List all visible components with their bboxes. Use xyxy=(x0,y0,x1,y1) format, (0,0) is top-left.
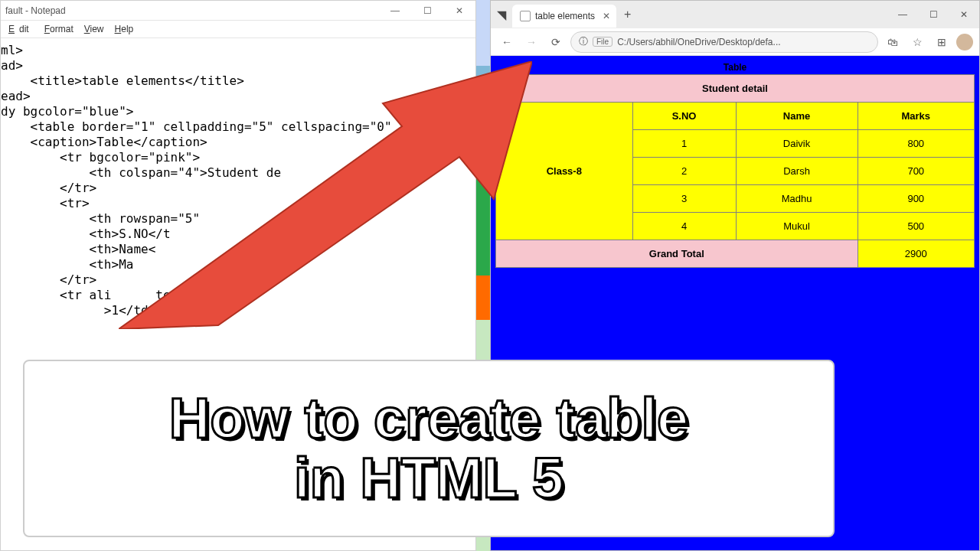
col-name: Name xyxy=(736,103,858,130)
notepad-body[interactable]: ml> ad> <title>table elements</title> ea… xyxy=(1,38,475,323)
notepad-title: fault - Notepad xyxy=(5,5,379,16)
menu-help[interactable]: Help xyxy=(110,22,139,36)
close-button[interactable]: ✕ xyxy=(949,1,979,28)
maximize-button[interactable]: ☐ xyxy=(411,1,443,21)
address-bar[interactable]: ⓘ File C:/Users/abhil/OneDrive/Desktop/d… xyxy=(570,31,878,53)
maximize-button[interactable]: ☐ xyxy=(918,1,949,28)
notepad-menu: Edit Format View Help xyxy=(1,21,475,38)
shopping-icon[interactable]: 🛍 xyxy=(883,32,903,52)
notepad-titlebar[interactable]: fault - Notepad — ☐ ✕ xyxy=(1,1,475,21)
menu-view[interactable]: View xyxy=(80,22,109,36)
favorites-icon[interactable]: ☆ xyxy=(907,32,927,52)
forward-button[interactable]: → xyxy=(521,32,541,52)
col-sno: S.NO xyxy=(632,103,736,130)
tab-close-icon[interactable]: ✕ xyxy=(603,11,610,21)
page-icon xyxy=(520,11,531,21)
tab-title: table elements xyxy=(535,11,595,21)
new-tab-button[interactable]: + xyxy=(616,8,639,21)
url-text: C:/Users/abhil/OneDrive/Desktop/defa... xyxy=(617,37,780,47)
minimize-button[interactable]: — xyxy=(379,1,411,21)
info-icon[interactable]: ⓘ xyxy=(579,35,588,48)
browser-tab[interactable]: table elements ✕ xyxy=(512,5,616,28)
col-marks: Marks xyxy=(858,103,974,130)
browser-tabstrip: ◥ table elements ✕ + — ☐ ✕ xyxy=(491,1,979,28)
headline-text: How to create tablein HTML 5 xyxy=(169,389,689,507)
edge-logo-icon: ◥ xyxy=(491,8,512,22)
grand-total-value: 2900 xyxy=(858,240,974,268)
file-badge: File xyxy=(593,37,612,47)
browser-toolbar: ← → ⟳ ⓘ File C:/Users/abhil/OneDrive/Des… xyxy=(491,28,979,56)
menu-edit[interactable]: Edit xyxy=(4,22,38,36)
table-title: Student detail xyxy=(496,75,975,103)
rowgroup-label: Class-8 xyxy=(496,103,633,240)
table-caption: Table xyxy=(495,60,975,74)
student-table: Student detail Class-8 S.NO Name Marks 1… xyxy=(495,74,975,268)
headline-banner: How to create tablein HTML 5 xyxy=(23,360,835,537)
profile-avatar[interactable] xyxy=(956,34,973,51)
refresh-button[interactable]: ⟳ xyxy=(546,32,566,52)
menu-format[interactable]: Format xyxy=(40,22,78,36)
grand-total-label: Grand Total xyxy=(496,240,858,268)
collections-icon[interactable]: ⊞ xyxy=(932,32,952,52)
back-button[interactable]: ← xyxy=(497,32,517,52)
minimize-button[interactable]: — xyxy=(887,1,918,28)
close-button[interactable]: ✕ xyxy=(443,1,475,21)
